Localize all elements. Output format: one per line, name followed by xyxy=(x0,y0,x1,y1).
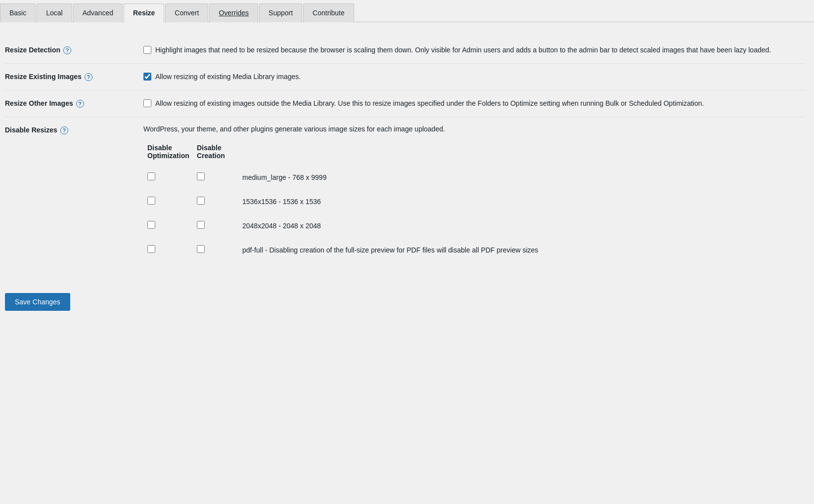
list-item: pdf-full - Disabling creation of the ful… xyxy=(143,240,804,260)
check-opt-2048 xyxy=(143,221,193,229)
help-icon-resize-detection[interactable]: ? xyxy=(63,46,71,54)
list-item: 2048x2048 - 2048 x 2048 xyxy=(143,216,804,236)
col-header-label xyxy=(242,144,804,160)
label-resize-other: Resize Other Images ? xyxy=(5,98,143,108)
label-text-resize-existing: Resize Existing Images xyxy=(5,73,82,81)
checkbox-create-2048[interactable] xyxy=(197,221,205,229)
label-text-disable-resizes: Disable Resizes xyxy=(5,126,57,134)
save-section: Save Changes xyxy=(0,283,814,321)
col-header-creation: Disable Creation xyxy=(193,144,242,160)
checkbox-resize-other[interactable] xyxy=(143,99,151,107)
setting-row-resize-existing: Resize Existing Images ? Allow resizing … xyxy=(5,64,804,90)
label-medium-large: medium_large - 768 x 9999 xyxy=(242,172,804,183)
control-resize-existing: Allow resizing of existing Media Library… xyxy=(143,72,804,82)
checkbox-create-1536[interactable] xyxy=(197,197,205,205)
tab-basic[interactable]: Basic xyxy=(0,3,36,22)
checkbox-opt-1536[interactable] xyxy=(147,197,155,205)
checkbox-label-resize-other: Allow resizing of existing images outsid… xyxy=(155,98,704,109)
tab-convert[interactable]: Convert xyxy=(165,3,208,22)
label-resize-detection: Resize Detection ? xyxy=(5,45,143,54)
setting-row-resize-other: Resize Other Images ? Allow resizing of … xyxy=(5,90,804,117)
check-opt-medium-large xyxy=(143,172,193,180)
checkbox-label-resize-existing: Allow resizing of existing Media Library… xyxy=(155,72,301,82)
tab-local[interactable]: Local xyxy=(37,3,72,22)
label-text-resize-other: Resize Other Images xyxy=(5,99,73,107)
tab-support[interactable]: Support xyxy=(259,3,302,22)
checkbox-label-resize-detection: Highlight images that need to be resized… xyxy=(155,45,771,55)
label-pdf: pdf-full - Disabling creation of the ful… xyxy=(242,245,804,255)
check-create-pdf xyxy=(193,245,242,253)
tabs-bar: Basic Local Advanced Resize Convert Over… xyxy=(0,0,814,22)
col-header-optimization: Disable Optimization xyxy=(143,144,193,160)
setting-row-disable-resizes: Disable Resizes ? WordPress, your theme,… xyxy=(5,117,804,268)
label-1536: 1536x1536 - 1536 x 1536 xyxy=(242,197,804,207)
checkbox-resize-existing[interactable] xyxy=(143,73,151,81)
checkbox-opt-medium-large[interactable] xyxy=(147,172,155,180)
control-resize-detection: Highlight images that need to be resized… xyxy=(143,45,804,55)
checkbox-row-resize-detection: Highlight images that need to be resized… xyxy=(143,45,804,55)
check-create-medium-large xyxy=(193,172,242,180)
help-icon-resize-existing[interactable]: ? xyxy=(85,73,92,81)
label-resize-existing: Resize Existing Images ? xyxy=(5,72,143,81)
checkbox-resize-detection[interactable] xyxy=(143,46,151,54)
list-item: 1536x1536 - 1536 x 1536 xyxy=(143,192,804,212)
tab-contribute[interactable]: Contribute xyxy=(303,3,354,22)
tab-overrides[interactable]: Overrides xyxy=(209,3,258,22)
check-create-2048 xyxy=(193,221,242,229)
checkbox-row-resize-other: Allow resizing of existing images outsid… xyxy=(143,98,804,109)
save-button[interactable]: Save Changes xyxy=(5,293,70,311)
control-disable-resizes: WordPress, your theme, and other plugins… xyxy=(143,125,804,260)
checkbox-row-resize-existing: Allow resizing of existing Media Library… xyxy=(143,72,804,82)
check-create-1536 xyxy=(193,197,242,205)
checkbox-opt-pdf[interactable] xyxy=(147,245,155,253)
tab-advanced[interactable]: Advanced xyxy=(73,3,123,22)
checkbox-create-pdf[interactable] xyxy=(197,245,205,253)
list-item: medium_large - 768 x 9999 xyxy=(143,168,804,188)
help-icon-resize-other[interactable]: ? xyxy=(76,100,84,108)
label-disable-resizes: Disable Resizes ? xyxy=(5,125,143,134)
setting-row-resize-detection: Resize Detection ? Highlight images that… xyxy=(5,37,804,64)
help-icon-disable-resizes[interactable]: ? xyxy=(60,126,68,134)
settings-content: Resize Detection ? Highlight images that… xyxy=(0,22,814,283)
control-resize-other: Allow resizing of existing images outsid… xyxy=(143,98,804,109)
disable-resizes-description: WordPress, your theme, and other plugins… xyxy=(143,125,804,133)
label-text-resize-detection: Resize Detection xyxy=(5,46,60,54)
checkbox-opt-2048[interactable] xyxy=(147,221,155,229)
checkbox-create-medium-large[interactable] xyxy=(197,172,205,180)
check-opt-1536 xyxy=(143,197,193,205)
page-wrapper: Basic Local Advanced Resize Convert Over… xyxy=(0,0,814,321)
check-opt-pdf xyxy=(143,245,193,253)
tab-resize[interactable]: Resize xyxy=(124,3,164,22)
resize-table-header: Disable Optimization Disable Creation xyxy=(143,144,804,160)
label-2048: 2048x2048 - 2048 x 2048 xyxy=(242,221,804,231)
